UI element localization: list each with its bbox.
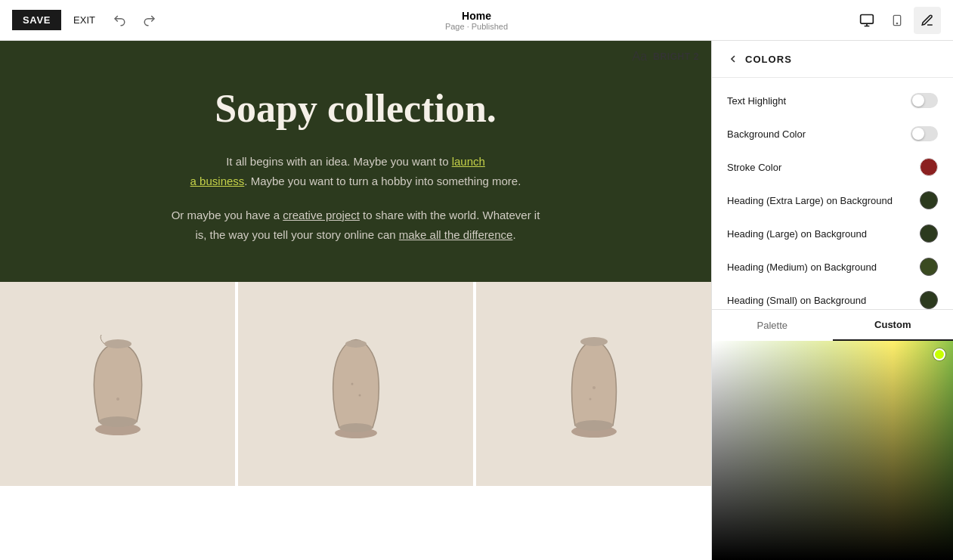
svg-point-17 xyxy=(593,386,596,389)
canvas: Aa BRIGHT 2 Soapy collection. It all beg… xyxy=(0,41,711,560)
color-picker-gradient[interactable] xyxy=(712,341,953,560)
heading-large-item: Heading (Large) on Background xyxy=(712,217,953,250)
save-button[interactable]: SAVE xyxy=(12,10,61,30)
svg-point-16 xyxy=(580,337,608,346)
custom-tab[interactable]: Custom xyxy=(833,310,954,341)
background-color-toggle[interactable] xyxy=(911,126,938,141)
text-highlight-toggle[interactable] xyxy=(911,93,938,108)
heading-xl-swatch[interactable] xyxy=(920,191,938,209)
photo-3 xyxy=(473,282,711,486)
hero-heading: Soapy collection. xyxy=(30,86,681,131)
text-highlight-label: Text Highlight xyxy=(727,95,786,107)
heading-small-item: Heading (Small) on Background xyxy=(712,283,953,309)
font-preview: Aa xyxy=(633,50,648,63)
panel-header: COLORS xyxy=(712,41,953,78)
background-color-label: Background Color xyxy=(727,128,806,140)
svg-point-18 xyxy=(589,398,591,401)
photos-row xyxy=(0,282,711,486)
stroke-color-swatch[interactable] xyxy=(920,158,938,176)
palette-tab[interactable]: Palette xyxy=(712,310,833,341)
body2-end: . xyxy=(512,228,515,241)
body2-link1[interactable]: creative project xyxy=(283,209,360,221)
heading-small-swatch[interactable] xyxy=(920,291,938,309)
text-highlight-item: Text Highlight xyxy=(712,84,953,117)
heading-small-label: Heading (Small) on Background xyxy=(727,295,866,306)
svg-point-11 xyxy=(345,340,367,348)
heading-large-swatch[interactable] xyxy=(920,224,938,243)
color-picker-thumb[interactable] xyxy=(933,348,945,360)
body1-mid: . Maybe you want to turn a hobby into so… xyxy=(244,175,521,187)
svg-point-15 xyxy=(575,420,613,431)
svg-point-8 xyxy=(116,398,119,401)
panel-back-button[interactable] xyxy=(727,53,739,65)
vase-2 xyxy=(311,323,401,444)
background-color-item: Background Color xyxy=(712,117,953,150)
view-buttons xyxy=(853,7,941,34)
page-title: Home xyxy=(445,10,508,22)
heading-xl-label: Heading (Extra Large) on Background xyxy=(727,195,893,206)
design-mode-button[interactable] xyxy=(914,7,941,34)
desktop-view-button[interactable] xyxy=(853,7,880,34)
svg-point-2 xyxy=(896,23,897,23)
panel-title: COLORS xyxy=(745,54,792,65)
stroke-color-label: Stroke Color xyxy=(727,162,781,173)
exit-button[interactable]: EXIT xyxy=(67,10,101,30)
redo-button[interactable] xyxy=(138,8,162,32)
body2-text: Or maybe you have a xyxy=(172,209,283,221)
colors-panel: COLORS Text Highlight Background Color S… xyxy=(711,41,953,560)
undo-button[interactable] xyxy=(107,8,132,32)
heading-xl-item: Heading (Extra Large) on Background xyxy=(712,184,953,217)
heading-medium-swatch[interactable] xyxy=(920,258,938,276)
mobile-view-button[interactable] xyxy=(883,7,911,34)
hero-body-2: Or maybe you have a creative project to … xyxy=(167,206,545,244)
hero-section: Soapy collection. It all begins with an … xyxy=(0,41,711,282)
photo-1 xyxy=(0,282,235,486)
color-picker-tabs: Palette Custom xyxy=(712,309,953,341)
photo-2 xyxy=(235,282,473,486)
canvas-top-bar: Aa BRIGHT 2 xyxy=(633,50,699,63)
svg-point-6 xyxy=(99,416,137,427)
svg-point-10 xyxy=(339,423,373,432)
page-subtitle: Page · Published xyxy=(445,22,508,31)
svg-point-13 xyxy=(358,394,360,397)
body1-text: It all begins with an idea. Maybe you wa… xyxy=(226,155,452,168)
vase-1 xyxy=(73,323,163,444)
svg-point-12 xyxy=(351,383,353,385)
vase-3 xyxy=(549,323,639,444)
main-area: Aa BRIGHT 2 Soapy collection. It all beg… xyxy=(0,41,953,560)
heading-medium-label: Heading (Medium) on Background xyxy=(727,261,877,273)
color-items-list: Text Highlight Background Color Stroke C… xyxy=(712,78,953,309)
svg-rect-0 xyxy=(861,14,874,23)
hero-body-1: It all begins with an idea. Maybe you wa… xyxy=(167,152,545,190)
page-info: Home Page · Published xyxy=(445,10,508,31)
theme-label: BRIGHT 2 xyxy=(653,51,699,62)
heading-medium-item: Heading (Medium) on Background xyxy=(712,250,953,283)
toolbar: SAVE EXIT Home Page · Published xyxy=(0,0,953,41)
svg-point-7 xyxy=(104,339,132,348)
heading-large-label: Heading (Large) on Background xyxy=(727,228,867,240)
body2-link2[interactable]: make all the difference xyxy=(399,228,513,241)
stroke-color-item: Stroke Color xyxy=(712,150,953,184)
